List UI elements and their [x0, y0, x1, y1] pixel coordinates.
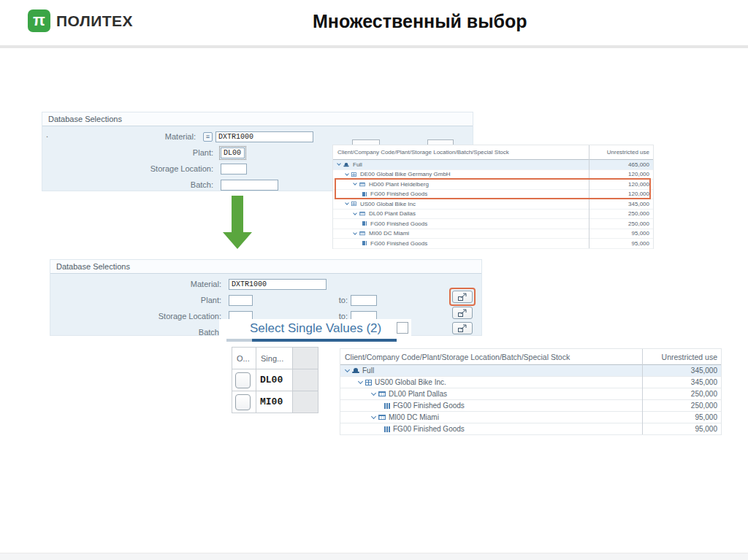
- multiple-selection-icon: [457, 309, 468, 318]
- tree-node-label: FG00 Finished Goods: [393, 425, 465, 433]
- plant-to-input[interactable]: [351, 295, 377, 306]
- unrestricted-use-value: 345,000: [691, 367, 717, 375]
- table-row[interactable]: MI00 DC Miami 95,000: [333, 229, 653, 239]
- single-values-table: O... Sing... DL00 MI00: [232, 347, 318, 413]
- unrestricted-use-value: 250,000: [628, 210, 649, 217]
- storage-location-icon: [384, 426, 390, 432]
- chevron-down-icon[interactable]: [353, 211, 357, 215]
- tree-node-label: FG00 Finished Goods: [393, 402, 465, 410]
- chevron-down-icon[interactable]: [337, 161, 341, 166]
- chevron-down-icon[interactable]: [358, 379, 363, 384]
- stock-tree-table-1: Client/Company Code/Plant/Storage Locati…: [332, 145, 654, 249]
- plant-input[interactable]: [221, 147, 245, 158]
- chevron-down-icon[interactable]: [353, 231, 357, 235]
- unrestricted-use-value: 345,000: [628, 201, 649, 207]
- company-icon: [365, 380, 372, 386]
- plant-label: Plant:: [50, 296, 226, 304]
- material-label: Material:: [50, 280, 226, 288]
- chevron-down-icon[interactable]: [371, 414, 376, 419]
- unrestricted-use-value: 250,000: [691, 390, 717, 398]
- highlight-annotation-box: [335, 178, 651, 199]
- storage-location-label: Storage Location:: [50, 312, 226, 321]
- multiple-selection-button[interactable]: [452, 307, 473, 319]
- chevron-down-icon[interactable]: [345, 172, 349, 176]
- column-header-hierarchy: Client/Company Code/Plant/Storage Locati…: [340, 353, 570, 361]
- option-checkbox[interactable]: [235, 372, 251, 388]
- column-divider: [642, 349, 643, 434]
- single-value-cell[interactable]: MI00: [256, 391, 293, 413]
- batch-label: Batch:: [42, 180, 218, 189]
- table-row[interactable]: FG00 Finished Goods 250,000: [340, 400, 721, 412]
- tab-underline: [226, 339, 252, 342]
- column-header-unrestricted: Unrestricted use: [607, 149, 649, 156]
- table-row[interactable]: DL00 Plant Dallas 250,000: [333, 210, 653, 220]
- panel-title: Database Selections: [42, 112, 473, 126]
- option-cell: [232, 369, 256, 391]
- multiple-selection-button[interactable]: [452, 322, 473, 334]
- select-single-values-popup: Select Single Values (2): [219, 319, 411, 344]
- plant-row: Plant: to:: [50, 292, 481, 308]
- page-title: Множественный выбор: [313, 11, 527, 32]
- material-input[interactable]: [229, 279, 327, 290]
- storage-location-input[interactable]: [221, 164, 247, 174]
- plant-icon: [378, 415, 386, 420]
- logo-text: ПОЛИТЕХ: [56, 12, 133, 30]
- chevron-down-icon[interactable]: [345, 201, 349, 205]
- client-icon: [352, 368, 359, 373]
- chevron-down-icon[interactable]: [371, 391, 376, 396]
- company-icon: [351, 172, 356, 177]
- table-row[interactable]: Full 465,000: [333, 160, 653, 170]
- header-divider: [0, 45, 748, 48]
- batch-input[interactable]: [221, 180, 278, 191]
- stock-tree-table-2: Client/Company Code/Plant/Storage Locati…: [340, 348, 722, 435]
- table-row[interactable]: Full 345,000: [340, 365, 721, 377]
- table-row[interactable]: DL00 Plant Dallas 250,000: [340, 388, 721, 400]
- highlight-annotation-box: [449, 288, 476, 306]
- slide-bottom-edge: [0, 553, 748, 560]
- slide-header: π ПОЛИТЕХ Множественный выбор: [0, 0, 748, 45]
- matchcode-icon[interactable]: [203, 132, 213, 142]
- tab-select-single-values[interactable]: Select Single Values (2): [250, 321, 381, 336]
- client-icon: [343, 163, 349, 166]
- unrestricted-use-value: 95,000: [632, 240, 649, 247]
- table-header: Client/Company Code/Plant/Storage Locati…: [340, 349, 721, 365]
- empty-cell: [293, 369, 318, 391]
- tree-node-label: MI00 DC Miami: [389, 413, 439, 421]
- popup-checkbox[interactable]: [397, 322, 408, 334]
- plant-icon: [359, 212, 365, 215]
- table-row[interactable]: FG00 Finished Goods 95,000: [333, 239, 653, 249]
- unrestricted-use-value: 465,000: [628, 161, 649, 168]
- tree-node-label: Full: [362, 367, 374, 375]
- storage-location-icon: [362, 241, 367, 245]
- tree-node-label: DL00 Plant Dallas: [389, 390, 447, 398]
- chevron-down-icon[interactable]: [345, 367, 350, 372]
- material-input[interactable]: [215, 131, 313, 142]
- material-row: Material:: [50, 276, 481, 292]
- unrestricted-use-value: 250,000: [691, 402, 717, 410]
- table-row[interactable]: FG00 Finished Goods 95,000: [340, 423, 721, 435]
- tree-node-label: Full: [353, 161, 362, 168]
- column-header-single: Sing...: [256, 348, 293, 369]
- option-checkbox[interactable]: [235, 394, 251, 410]
- table-row[interactable]: US00 Global Bike Inc 345,000: [333, 199, 653, 210]
- unrestricted-use-value: 120,000: [628, 171, 649, 177]
- batch-label: Batch:: [50, 328, 226, 337]
- unrestricted-use-value: 95,000: [632, 230, 649, 237]
- column-header-unrestricted: Unrestricted use: [662, 353, 717, 361]
- table-row[interactable]: MI00 DC Miami 95,000: [340, 412, 721, 423]
- table-row[interactable]: FG00 Finished Goods 250,000: [333, 219, 653, 229]
- tree-node-label: FG00 Finished Goods: [370, 220, 427, 227]
- single-value-cell[interactable]: DL00: [256, 369, 293, 391]
- plant-icon: [378, 391, 386, 396]
- table-header: Client/Company Code/Plant/Storage Locati…: [333, 145, 653, 160]
- table-row[interactable]: US00 Global Bike Inc. 345,000: [340, 377, 721, 388]
- unrestricted-use-value: 95,000: [695, 425, 717, 433]
- tree-node-label: DE00 Global Bike Germany GmbH: [360, 171, 451, 177]
- tree-node-label: FG00 Finished Goods: [370, 240, 427, 247]
- storage-location-icon: [384, 403, 390, 409]
- column-header-hierarchy: Client/Company Code/Plant/Storage Locati…: [333, 149, 509, 156]
- tab-underline-active: [252, 339, 397, 342]
- plant-from-input[interactable]: [229, 295, 253, 306]
- down-arrow-icon: [223, 196, 252, 250]
- column-header-option: O...: [232, 348, 256, 369]
